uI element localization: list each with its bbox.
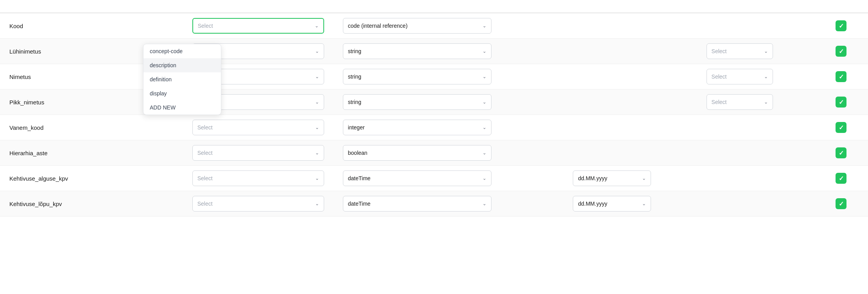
kts-chevron-icon-pikk_nimetus: ⌄ — [315, 99, 319, 105]
table-row: Hierarhia_asteSelect⌄boolean⌄ — [0, 140, 868, 166]
kts-chevron-icon-kood: ⌄ — [315, 23, 319, 29]
type-value-luhinimetus: string — [348, 48, 361, 54]
kts-select-text-hierarhia_aste: Select — [197, 150, 213, 156]
table-row: Pikk_nimetusSelect⌄string⌄Select⌄ — [0, 90, 868, 115]
import-checkbox-hierarhia_aste[interactable] — [836, 147, 846, 158]
lang-select-nimetus[interactable]: Select⌄ — [707, 69, 773, 84]
table-row: Vanem_koodSelect⌄integer⌄ — [0, 115, 868, 140]
csv-label-kehtivuse_lopu_kpv: Kehtivuse_lõpu_kpv — [9, 201, 62, 207]
kts-chevron-icon-nimetus: ⌄ — [315, 74, 319, 79]
type-chevron-icon-hierarhia_aste: ⌄ — [482, 150, 486, 156]
format-chevron-icon-kehtivuse_alguse_kpv: ⌄ — [642, 176, 646, 181]
table-row: NimetusSelect⌄string⌄Select⌄ — [0, 64, 868, 90]
format-chevron-icon-kehtivuse_lopu_kpv: ⌄ — [642, 201, 646, 206]
type-value-kood: code (internal reference) — [348, 23, 408, 29]
type-chevron-icon-kehtivuse_alguse_kpv: ⌄ — [482, 176, 486, 181]
type-chevron-icon-luhinimetus: ⌄ — [482, 48, 486, 54]
type-value-nimetus: string — [348, 74, 361, 80]
csv-label-nimetus: Nimetus — [9, 74, 31, 80]
type-value-kehtivuse_lopu_kpv: dateTime — [348, 201, 371, 207]
type-chevron-icon-pikk_nimetus: ⌄ — [482, 99, 486, 105]
kts-select-text-kood: Select — [198, 23, 213, 29]
lang-chevron-icon-pikk_nimetus: ⌄ — [764, 99, 768, 105]
type-value-pikk_nimetus: string — [348, 99, 361, 105]
kts-select-hierarhia_aste[interactable]: Select⌄ — [192, 145, 324, 161]
import-checkbox-kood[interactable] — [836, 20, 846, 31]
format-select-kehtivuse_lopu_kpv[interactable]: dd.MM.yyyy⌄ — [573, 196, 651, 212]
header-import — [814, 0, 868, 13]
lang-chevron-icon-nimetus: ⌄ — [764, 74, 768, 79]
csv-label-vanem_kood: Vanem_kood — [9, 124, 43, 131]
import-checkbox-luhinimetus[interactable] — [836, 46, 846, 57]
dropdown-item-description[interactable]: description — [143, 58, 221, 72]
kts-chevron-icon-luhinimetus: ⌄ — [315, 48, 319, 54]
format-select-kehtivuse_alguse_kpv[interactable]: dd.MM.yyyy⌄ — [573, 170, 651, 186]
kts-property-dropdown: concept-codedescriptiondefinitiondisplay… — [143, 44, 221, 115]
type-chevron-icon-kehtivuse_lopu_kpv: ⌄ — [482, 201, 486, 206]
table-row: KoodSelect⌄code (internal reference)⌄ — [0, 13, 868, 39]
main-table-container: KoodSelect⌄code (internal reference)⌄Lüh… — [0, 0, 868, 294]
header-kts-property — [183, 0, 334, 13]
type-chevron-icon-vanem_kood: ⌄ — [482, 125, 486, 130]
type-select-kood[interactable]: code (internal reference)⌄ — [343, 18, 491, 34]
type-select-kehtivuse_alguse_kpv[interactable]: dateTime⌄ — [343, 170, 491, 186]
type-select-luhinimetus[interactable]: string⌄ — [343, 43, 491, 59]
dropdown-item-add-new[interactable]: ADD NEW — [143, 100, 221, 115]
import-checkbox-vanem_kood[interactable] — [836, 122, 846, 133]
kts-chevron-icon-kehtivuse_lopu_kpv: ⌄ — [315, 201, 319, 206]
type-chevron-icon-nimetus: ⌄ — [482, 74, 486, 79]
format-value-kehtivuse_alguse_kpv: dd.MM.yyyy — [578, 175, 607, 181]
type-value-hierarhia_aste: boolean — [348, 150, 368, 156]
type-select-nimetus[interactable]: string⌄ — [343, 69, 491, 84]
import-mapping-table: KoodSelect⌄code (internal reference)⌄Lüh… — [0, 0, 868, 217]
header-lang — [697, 0, 814, 13]
lang-select-luhinimetus[interactable]: Select⌄ — [707, 43, 773, 59]
type-chevron-icon-kood: ⌄ — [482, 23, 486, 29]
kts-select-text-kehtivuse_alguse_kpv: Select — [197, 175, 213, 181]
dropdown-item-concept-code[interactable]: concept-code — [143, 44, 221, 58]
header-format — [563, 0, 697, 13]
type-value-kehtivuse_alguse_kpv: dateTime — [348, 175, 371, 181]
type-value-vanem_kood: integer — [348, 124, 365, 131]
csv-label-kood: Kood — [9, 23, 23, 29]
header-type — [334, 0, 564, 13]
import-checkbox-pikk_nimetus[interactable] — [836, 97, 846, 108]
dropdown-item-definition[interactable]: definition — [143, 72, 221, 86]
header-csv-column — [0, 0, 183, 13]
kts-select-kehtivuse_alguse_kpv[interactable]: Select⌄ — [192, 170, 324, 186]
table-row: Kehtivuse_lõpu_kpvSelect⌄dateTime⌄dd.MM.… — [0, 191, 868, 217]
kts-select-text-vanem_kood: Select — [197, 124, 213, 131]
kts-chevron-icon-hierarhia_aste: ⌄ — [315, 150, 319, 156]
kts-select-vanem_kood[interactable]: Select⌄ — [192, 120, 324, 135]
type-select-kehtivuse_lopu_kpv[interactable]: dateTime⌄ — [343, 196, 491, 212]
kts-chevron-icon-kehtivuse_alguse_kpv: ⌄ — [315, 176, 319, 181]
kts-select-text-kehtivuse_lopu_kpv: Select — [197, 201, 213, 207]
import-checkbox-kehtivuse_lopu_kpv[interactable] — [836, 198, 846, 209]
import-checkbox-kehtivuse_alguse_kpv[interactable] — [836, 173, 846, 184]
dropdown-item-display[interactable]: display — [143, 86, 221, 100]
table-row: LühinimetusSelect⌄string⌄Select⌄ — [0, 39, 868, 64]
type-select-vanem_kood[interactable]: integer⌄ — [343, 120, 491, 135]
table-row: Kehtivuse_alguse_kpvSelect⌄dateTime⌄dd.M… — [0, 166, 868, 191]
kts-select-kood[interactable]: Select⌄ — [192, 18, 324, 34]
lang-value-pikk_nimetus: Select — [712, 99, 727, 105]
lang-chevron-icon-luhinimetus: ⌄ — [764, 48, 768, 54]
type-select-pikk_nimetus[interactable]: string⌄ — [343, 94, 491, 110]
format-value-kehtivuse_lopu_kpv: dd.MM.yyyy — [578, 201, 607, 207]
lang-select-pikk_nimetus[interactable]: Select⌄ — [707, 94, 773, 110]
import-checkbox-nimetus[interactable] — [836, 71, 846, 82]
csv-label-kehtivuse_alguse_kpv: Kehtivuse_alguse_kpv — [9, 175, 68, 182]
kts-chevron-icon-vanem_kood: ⌄ — [315, 125, 319, 130]
table-header-row — [0, 0, 868, 13]
lang-value-luhinimetus: Select — [712, 48, 727, 54]
csv-label-luhinimetus: Lühinimetus — [9, 48, 41, 55]
kts-select-kehtivuse_lopu_kpv[interactable]: Select⌄ — [192, 196, 324, 212]
csv-label-hierarhia_aste: Hierarhia_aste — [9, 150, 48, 156]
csv-label-pikk_nimetus: Pikk_nimetus — [9, 99, 44, 106]
type-select-hierarhia_aste[interactable]: boolean⌄ — [343, 145, 491, 161]
lang-value-nimetus: Select — [712, 74, 727, 80]
